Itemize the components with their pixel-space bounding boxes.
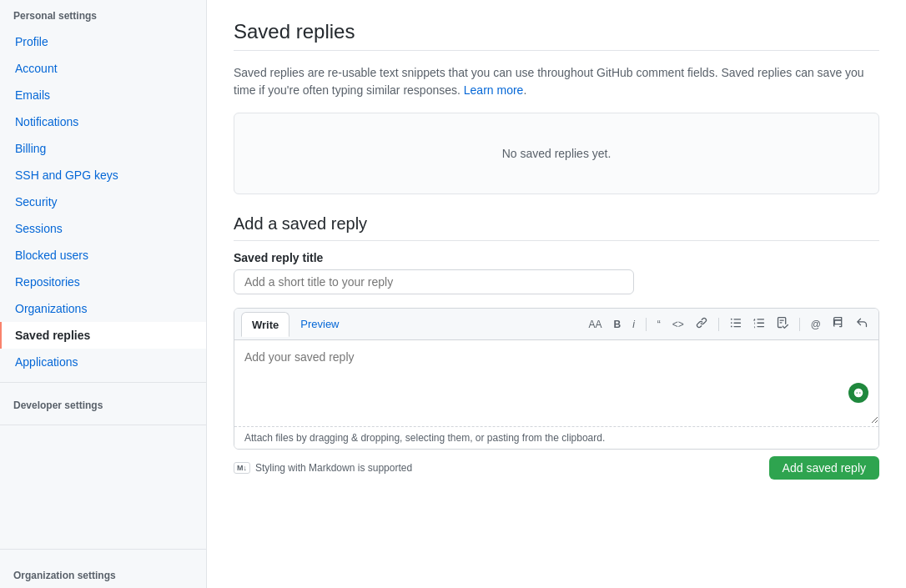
unordered-list-icon[interactable]: [726, 314, 746, 334]
italic-icon[interactable]: i: [628, 315, 639, 334]
quote-icon[interactable]: “: [653, 315, 665, 334]
sidebar-developer-settings-header: Developer settings: [0, 389, 206, 418]
sidebar-item-applications[interactable]: Applications: [0, 349, 206, 375]
text-size-icon[interactable]: AA: [584, 315, 606, 334]
sidebar-item-emails[interactable]: Emails: [0, 82, 206, 108]
sidebar-personal-settings-header: Personal settings: [0, 0, 206, 28]
sidebar-item-account[interactable]: Account: [0, 55, 206, 82]
sidebar-item-billing[interactable]: Billing: [0, 135, 206, 162]
reply-icon[interactable]: [852, 314, 872, 334]
title-label: Saved reply title: [234, 251, 879, 264]
add-saved-reply-button[interactable]: Add saved reply: [769, 456, 879, 480]
sidebar-org-settings-section: Organization settings: [0, 549, 206, 588]
description-text: Saved replies are re-usable text snippet…: [234, 66, 864, 97]
editor-toolbar: Write Preview AA B i “ <>: [234, 309, 878, 340]
ordered-list-icon[interactable]: [749, 314, 769, 334]
toolbar-sep-1: [646, 318, 647, 331]
sidebar-divider-1: [0, 382, 206, 383]
link-icon[interactable]: [692, 314, 712, 334]
editor-footer: Attach files by dragging & dropping, sel…: [234, 426, 878, 449]
sidebar-item-organizations[interactable]: Organizations: [0, 295, 206, 322]
mention-icon[interactable]: @: [807, 315, 825, 334]
sidebar-item-profile[interactable]: Profile: [0, 28, 206, 55]
copilot-icon[interactable]: [848, 383, 868, 403]
sidebar-divider-2: [0, 425, 206, 425]
preview-tab[interactable]: Preview: [289, 312, 350, 336]
editor-box: Write Preview AA B i “ <>: [234, 308, 879, 450]
toolbar-sep-3: [799, 318, 800, 331]
title-input[interactable]: [234, 269, 634, 294]
description: Saved replies are re-usable text snippet…: [234, 64, 879, 99]
learn-more-link[interactable]: Learn more: [464, 83, 524, 97]
empty-replies-box: No saved replies yet.: [234, 113, 879, 194]
sidebar-item-repositories[interactable]: Repositories: [0, 269, 206, 295]
markdown-note-text: Styling with Markdown is supported: [255, 462, 412, 474]
toolbar-sep-2: [718, 318, 719, 331]
sidebar-item-security[interactable]: Security: [0, 188, 206, 215]
sidebar-org-settings-header: Organization settings: [0, 560, 206, 588]
sidebar-item-blocked-users[interactable]: Blocked users: [0, 242, 206, 269]
title-form-group: Saved reply title: [234, 251, 879, 294]
toolbar-icons: AA B i “ <>: [584, 314, 872, 334]
sidebar: Personal settings Profile Account Emails…: [0, 0, 207, 588]
sidebar-item-notifications[interactable]: Notifications: [0, 108, 206, 135]
main-content: Saved replies Saved replies are re-usabl…: [207, 0, 906, 588]
sidebar-item-saved-replies[interactable]: Saved replies: [0, 322, 206, 349]
code-icon[interactable]: <>: [668, 315, 688, 334]
form-footer: M↓ Styling with Markdown is supported Ad…: [234, 456, 879, 480]
write-tab[interactable]: Write: [241, 312, 289, 337]
markdown-icon: M↓: [234, 462, 250, 474]
sidebar-item-ssh-gpg-keys[interactable]: SSH and GPG keys: [0, 162, 206, 188]
editor-tabs: Write Preview: [241, 312, 350, 336]
sidebar-item-sessions[interactable]: Sessions: [0, 215, 206, 242]
markdown-note: M↓ Styling with Markdown is supported: [234, 462, 412, 474]
add-section-title: Add a saved reply: [234, 214, 879, 241]
reference-icon[interactable]: [828, 314, 848, 334]
page-title: Saved replies: [234, 20, 879, 51]
reply-textarea[interactable]: [234, 340, 878, 424]
task-list-icon[interactable]: [773, 314, 793, 334]
empty-message: No saved replies yet.: [502, 147, 612, 160]
bold-icon[interactable]: B: [609, 315, 625, 334]
attach-message: Attach files by dragging & dropping, sel…: [244, 432, 605, 444]
